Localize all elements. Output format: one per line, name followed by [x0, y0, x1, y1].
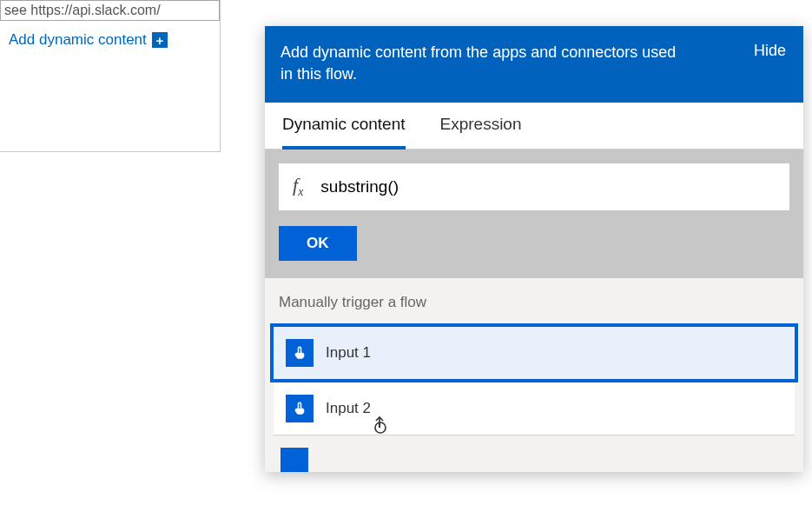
- dynamic-item-label: Input 1: [326, 344, 371, 362]
- fx-icon: fx: [293, 174, 303, 199]
- popover-header-text: Add dynamic content from the apps and co…: [281, 42, 689, 85]
- action-card: see https://api.slack.com/ Add dynamic c…: [0, 0, 221, 152]
- hide-button[interactable]: Hide: [754, 42, 786, 60]
- ok-button[interactable]: OK: [279, 226, 357, 261]
- dynamic-item-label: Input 2: [326, 400, 371, 417]
- touch-icon: [281, 448, 308, 472]
- expression-input[interactable]: fx substring(): [279, 163, 789, 209]
- dynamic-content-popover: Add dynamic content from the apps and co…: [265, 26, 803, 472]
- touch-icon: [286, 339, 314, 367]
- url-hint-text: see https://api.slack.com/: [0, 0, 220, 21]
- section-title: Manually trigger a flow: [265, 289, 803, 323]
- tabs: Dynamic content Expression: [265, 103, 803, 150]
- touch-icon: [286, 395, 314, 422]
- add-dynamic-content-link[interactable]: Add dynamic content +: [0, 21, 220, 56]
- popover-header: Add dynamic content from the apps and co…: [265, 26, 803, 103]
- tab-expression[interactable]: Expression: [440, 115, 522, 149]
- tab-dynamic-content[interactable]: Dynamic content: [282, 115, 406, 150]
- plus-icon: +: [152, 32, 168, 48]
- add-dynamic-content-label: Add dynamic content: [9, 31, 147, 49]
- expression-area: fx substring() OK: [265, 150, 803, 277]
- dynamic-items-section: Manually trigger a flow Input 1 Input 2: [265, 278, 803, 472]
- expression-text: substring(): [320, 177, 399, 196]
- dynamic-item-input-2[interactable]: Input 2: [274, 382, 795, 436]
- dynamic-item-input-1[interactable]: Input 1: [270, 323, 798, 382]
